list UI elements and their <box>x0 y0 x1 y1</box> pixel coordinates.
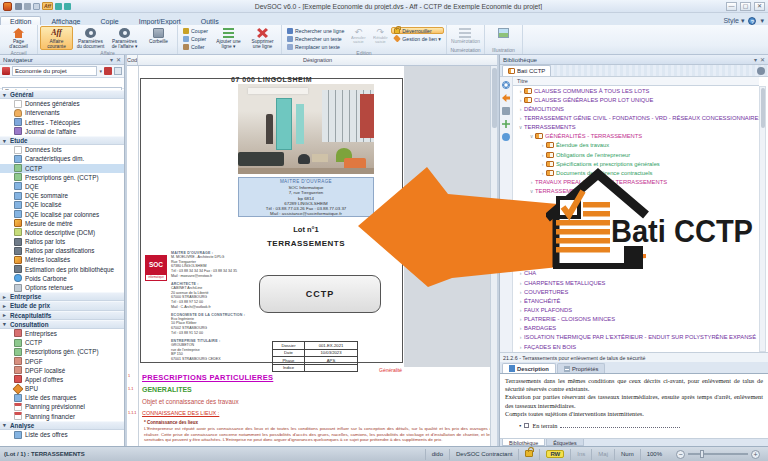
trash-button[interactable]: Corbeille <box>142 26 175 50</box>
home-page-button[interactable]: Page d'accueil <box>2 26 35 50</box>
style-menu[interactable]: Style ▾ <box>723 17 744 25</box>
close-button[interactable]: ✕ <box>754 2 765 11</box>
sidebar-item[interactable]: DQE localisé par colonnes <box>0 209 124 218</box>
library-tree-item[interactable]: TERRASSEMENTS <box>513 123 759 132</box>
help-icon[interactable]: ? <box>748 17 756 25</box>
library-tree-item[interactable]: Spécifications et prescriptions générale… <box>513 159 759 168</box>
maximize-button[interactable]: ▢ <box>740 2 751 11</box>
sidebar-item[interactable]: DQE localisé <box>0 200 124 209</box>
sidebar-item[interactable]: Entreprises <box>0 329 124 338</box>
tab-proprietes[interactable]: Propriétés <box>557 363 605 373</box>
sidebar-item[interactable]: Ratios par lots <box>0 237 124 246</box>
current-affair-button[interactable]: Aff Affaire courante <box>40 26 73 50</box>
library-tree-item[interactable]: CLAUSES COMMUNES À TOUS LES LOTS <box>513 86 759 95</box>
pin-icon[interactable]: ▾ <box>754 56 757 63</box>
chevron-down-icon[interactable]: ▾ <box>99 68 102 74</box>
library-tree-item[interactable]: BARDAGES <box>513 324 759 333</box>
sidebar-item[interactable]: Notice descriptive (DCM) <box>0 228 124 237</box>
close-panel-icon[interactable]: ✕ <box>760 56 765 63</box>
pin-icon[interactable]: ▾ <box>110 56 113 63</box>
sidebar-item[interactable]: Planning financier <box>0 412 124 421</box>
library-tree-item[interactable]: FAUX PLAFONDS <box>513 305 759 314</box>
print-icon[interactable] <box>24 3 31 10</box>
library-tree-item[interactable]: CLAUSES GÉNÉRALES POUR LOT UNIQUE <box>513 95 759 104</box>
sidebar-item[interactable]: Analyse <box>0 421 124 430</box>
numbering-button[interactable]: Numérotation <box>449 26 482 47</box>
sidebar-item[interactable]: Etude <box>0 136 124 145</box>
document-settings-button[interactable]: Paramètres du document <box>74 26 107 50</box>
sidebar-item[interactable]: Entreprise <box>0 292 124 301</box>
sidebar-item[interactable]: Poids Carbone <box>0 274 124 283</box>
zoom-control[interactable]: − + <box>676 450 760 459</box>
sidebar-item[interactable]: Intervenants <box>0 108 124 117</box>
insert-into-document-icon[interactable] <box>502 94 510 102</box>
zoom-slider[interactable] <box>688 453 748 455</box>
refresh-icon[interactable] <box>502 133 510 141</box>
expand-all-icon[interactable] <box>502 120 510 128</box>
sidebar-item[interactable]: Planning prévisionnel <box>0 402 124 411</box>
library-tree-item[interactable]: DÉMOLITIONS <box>513 104 759 113</box>
cover-page[interactable]: 67 000 LINGOLSHEIM MAITRE D'OUVRAGE SOC … <box>140 78 403 363</box>
sidebar-item[interactable]: Données générales <box>0 99 124 108</box>
sidebar-item[interactable]: Options retenues <box>0 283 124 292</box>
zoom-out-icon[interactable]: − <box>676 450 685 459</box>
document-scrollbar[interactable] <box>490 66 497 446</box>
close-panel-icon[interactable]: ✕ <box>116 56 121 63</box>
affair-settings-button[interactable]: Paramètres de l'affaire ▾ <box>108 26 141 50</box>
open-affair-icon[interactable] <box>114 67 122 75</box>
library-tree-item[interactable]: TERRASSEMENT GÉNIE CIVIL - FONDATIONS - … <box>513 113 759 122</box>
link-icon[interactable] <box>502 107 510 115</box>
sidebar-item[interactable]: Liste des marques <box>0 393 124 402</box>
tab-bibliotheque[interactable]: Bibliothèque <box>502 439 545 446</box>
minimize-button[interactable]: — <box>726 2 737 11</box>
library-tree-item[interactable]: ISOLATION THERMIQUE PAR L'EXTÉRIEUR - EN… <box>513 333 759 342</box>
sidebar-item[interactable]: Liste des offres <box>0 430 124 439</box>
find-text-button[interactable]: Rechercher un texte <box>284 35 347 42</box>
sidebar-item[interactable]: Données lots <box>0 145 124 154</box>
search-icon[interactable] <box>502 81 510 89</box>
sidebar-item[interactable]: CCTP <box>0 164 124 173</box>
library-tab-baticctp[interactable]: Bati CCTP <box>502 65 551 76</box>
sidebar-item[interactable]: Ratios par classifications <box>0 246 124 255</box>
sidebar-item[interactable]: Lettres - Télécopies <box>0 118 124 127</box>
tab-description[interactable]: Description <box>502 363 556 373</box>
option-row[interactable]: • En terrain <box>505 422 763 430</box>
sidebar-item[interactable]: Général <box>0 90 124 99</box>
sidebar-item[interactable]: DQE <box>0 182 124 191</box>
document-body[interactable]: 67 000 LINGOLSHEIM MAITRE D'OUVRAGE SOC … <box>127 66 497 446</box>
link-management-button[interactable]: Gestion de lien ▾ <box>391 35 444 42</box>
redo-button[interactable]: ↷Rétablir saisie <box>370 28 390 44</box>
library-tree-item[interactable]: Obligations de l'entrepreneur <box>513 150 759 159</box>
cut-button[interactable]: Couper <box>180 27 211 34</box>
collapse-ribbon-icon[interactable]: ▾ <box>760 17 764 25</box>
unlock-button[interactable]: Déverrouiller <box>391 27 444 34</box>
sidebar-item[interactable]: Métrés localisés <box>0 255 124 264</box>
affair-selector[interactable]: Economie du projet <box>12 66 97 76</box>
forward-icon[interactable] <box>64 3 71 10</box>
sidebar-item[interactable]: Mesure de métré <box>0 219 124 228</box>
library-tree-item[interactable]: FAÇADES EN BOIS <box>513 342 759 351</box>
sidebar-item[interactable]: Estimation des prix bibliothèque <box>0 265 124 274</box>
add-line-button[interactable]: Ajouter une ligne ▾ <box>212 26 245 50</box>
save-icon[interactable] <box>15 3 22 10</box>
library-tree-item[interactable]: ÉTANCHÉITÉ <box>513 296 759 305</box>
library-tree-item[interactable]: GÉNÉRALITÉS - TERRASSEMENTS <box>513 132 759 141</box>
library-tree-item[interactable]: COUVERTURES <box>513 287 759 296</box>
sidebar-item[interactable]: BPU <box>0 384 124 393</box>
zoom-in-icon[interactable]: + <box>751 450 760 459</box>
library-tree-item[interactable]: PLATRERIE - CLOISONS MINCES <box>513 315 759 324</box>
back-icon[interactable] <box>55 3 62 10</box>
sidebar-item[interactable]: DPGF <box>0 356 124 365</box>
sidebar-item[interactable]: CCTP <box>0 338 124 347</box>
find-line-button[interactable]: Rechercher une ligne <box>284 27 347 34</box>
library-tree-item[interactable]: Étendue des travaux <box>513 141 759 150</box>
library-tree-item[interactable]: CHARPENTES METALLIQUES <box>513 278 759 287</box>
undo-button[interactable]: ↶Annuler saisie <box>348 28 368 44</box>
illustration-button[interactable] <box>487 26 520 47</box>
library-scrollbar[interactable] <box>759 86 766 352</box>
sidebar-item[interactable]: Etude de prix <box>0 301 124 310</box>
app-icon[interactable] <box>3 2 12 11</box>
library-settings-icon[interactable] <box>757 67 765 75</box>
option-check-box[interactable] <box>524 423 529 428</box>
tab-etiquettes[interactable]: Étiquettes <box>546 439 584 446</box>
